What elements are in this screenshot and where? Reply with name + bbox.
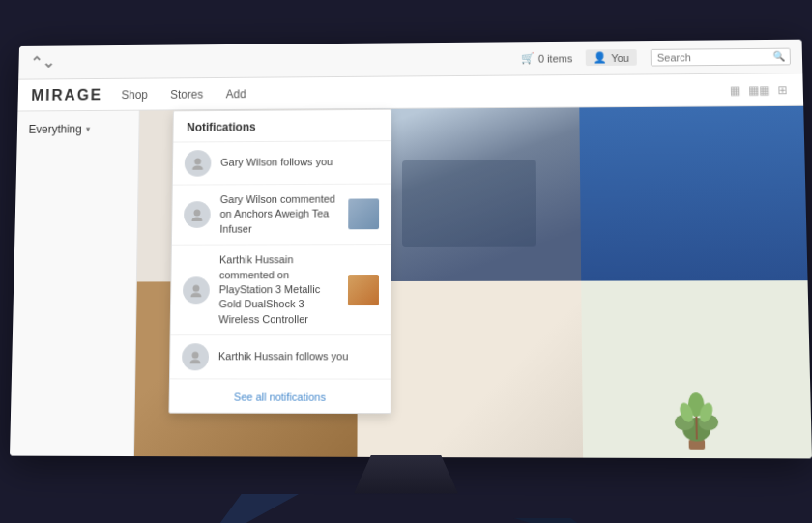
notif-item-1[interactable]: Gary Wilson follows you [173, 141, 391, 185]
nav-stores[interactable]: Stores [166, 85, 207, 102]
notif-thumb-tea [348, 198, 379, 229]
monitor-wrapper: ⌃⌄ 🛒 0 items 👤 You 🔍 MIRAGE Shop [10, 40, 802, 484]
see-all-link[interactable]: See all notifications [234, 391, 326, 402]
logo-symbol: ⌃⌄ [30, 53, 55, 72]
notif-text-4: Karthik Hussain follows you [218, 349, 348, 364]
notif-item-4[interactable]: Karthik Hussain follows you [170, 335, 391, 379]
view-detail-icon[interactable]: ⊞ [775, 80, 790, 98]
filter-arrow-icon: ▾ [85, 124, 90, 133]
nav-shop[interactable]: Shop [117, 85, 151, 102]
view-list-icon[interactable]: ▦ [728, 81, 743, 99]
svg-point-11 [191, 217, 202, 220]
svg-point-13 [190, 292, 201, 297]
plant-svg [666, 385, 727, 454]
search-bar[interactable]: 🔍 [651, 47, 791, 66]
svg-point-14 [192, 351, 199, 358]
notif-footer: See all notifications [169, 379, 390, 413]
navbar-center: 🛒 0 items 👤 You 🔍 [521, 47, 791, 67]
monitor-stand-base [10, 494, 802, 524]
view-grid-icon[interactable]: ▦▦ [746, 80, 772, 98]
notif-header: Notifications [173, 109, 391, 142]
notif-item-3[interactable]: Karthik Hussain commented on PlayStation… [171, 245, 391, 335]
monitor-stand-neck [348, 455, 464, 494]
notif-item-2[interactable]: Gary Wilson commented on Anchors Aweigh … [172, 184, 391, 245]
site-title: MIRAGE [31, 86, 102, 103]
stand-base-left [203, 494, 300, 524]
nav-add[interactable]: Add [222, 85, 250, 102]
cart-button[interactable]: 🛒 0 items [521, 51, 572, 64]
content-area: Everything ▾ ✦ ✦ [10, 105, 812, 458]
filter-label[interactable]: Everything ▾ [28, 122, 127, 135]
monitor-screen: ⌃⌄ 🛒 0 items 👤 You 🔍 MIRAGE Shop [10, 39, 812, 458]
product-plant[interactable] [581, 280, 812, 458]
site-logo: ⌃⌄ [30, 53, 55, 72]
filter-text: Everything [28, 122, 81, 135]
stand-base-right [512, 518, 609, 524]
view-toggles: ▦ ▦▦ ⊞ [728, 80, 790, 98]
svg-point-8 [194, 158, 201, 164]
you-label: You [611, 51, 629, 63]
site-header: MIRAGE Shop Stores Add ▦ ▦▦ ⊞ [17, 73, 803, 111]
svg-point-10 [193, 209, 200, 216]
search-icon: 🔍 [768, 48, 790, 63]
notif-thumb-game [348, 274, 379, 305]
search-input[interactable] [652, 48, 768, 65]
cart-icon: 🛒 [521, 51, 535, 64]
svg-point-15 [189, 359, 200, 363]
product-blue[interactable] [579, 105, 807, 280]
top-navbar: ⌃⌄ 🛒 0 items 👤 You 🔍 [18, 39, 802, 79]
notification-dropdown: Notifications Gary Wilson follows you Ga… [168, 108, 392, 413]
notif-text-2: Gary Wilson commented on Anchors Aweigh … [219, 191, 338, 236]
svg-point-12 [192, 284, 199, 291]
svg-point-9 [192, 165, 203, 169]
cart-label: 0 items [538, 52, 572, 64]
notif-avatar-2 [184, 201, 211, 228]
notif-avatar-1 [185, 150, 212, 177]
notif-avatar-3 [183, 276, 210, 304]
user-icon: 👤 [594, 51, 607, 64]
filter-sidebar: Everything ▾ [10, 110, 140, 455]
you-button[interactable]: 👤 You [586, 49, 637, 66]
notif-text-1: Gary Wilson follows you [220, 155, 333, 170]
notif-avatar-4 [182, 343, 209, 370]
notif-text-3: Karthik Hussain commented on PlayStation… [218, 252, 338, 327]
